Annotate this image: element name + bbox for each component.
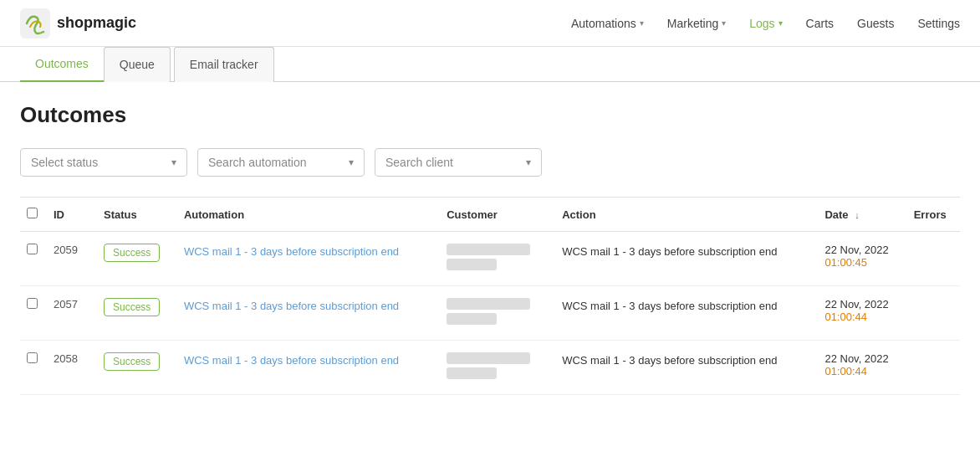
nav-settings[interactable]: Settings — [917, 10, 960, 37]
chevron-down-icon: ▾ — [640, 18, 644, 28]
outcomes-table: ID Status Automation Customer Action — [20, 197, 960, 395]
customer-blurred-2 — [447, 313, 497, 325]
customer-blurred — [447, 244, 530, 255]
client-filter[interactable]: Search client ▾ — [375, 148, 542, 177]
table-row: 2057 Success WCS mail 1 - 3 days before … — [20, 286, 960, 341]
customer-blurred — [447, 352, 530, 364]
header: shopmagic Automations ▾ Marketing ▾ Logs… — [0, 0, 980, 47]
nav-guests[interactable]: Guests — [857, 10, 894, 37]
chevron-down-icon: ▾ — [171, 157, 176, 168]
status-badge: Success — [104, 244, 160, 262]
nav-logs[interactable]: Logs ▾ — [749, 10, 782, 37]
row-checkbox[interactable] — [27, 298, 38, 309]
nav-carts[interactable]: Carts — [806, 10, 834, 37]
automation-link[interactable]: WCS mail 1 - 3 days before subscription … — [184, 354, 399, 367]
status-filter-label: Select status — [31, 156, 98, 169]
col-action: Action — [555, 198, 818, 232]
row-date: 22 Nov, 2022 01:00:44 — [818, 286, 906, 341]
row-customer — [440, 286, 555, 341]
automation-link[interactable]: WCS mail 1 - 3 days before subscription … — [184, 245, 399, 258]
row-checkbox-cell — [20, 341, 47, 395]
row-customer — [440, 232, 555, 286]
col-id: ID — [47, 198, 97, 232]
row-automation: WCS mail 1 - 3 days before subscription … — [177, 232, 440, 286]
automation-filter[interactable]: Search automation ▾ — [197, 148, 365, 177]
row-action: WCS mail 1 - 3 days before subscription … — [555, 341, 818, 395]
row-action: WCS mail 1 - 3 days before subscription … — [555, 286, 818, 341]
row-status: Success — [97, 232, 177, 286]
filters-row: Select status ▾ Search automation ▾ Sear… — [20, 148, 960, 177]
row-automation: WCS mail 1 - 3 days before subscription … — [177, 286, 440, 341]
row-checkbox[interactable] — [27, 244, 38, 254]
col-errors: Errors — [907, 198, 960, 232]
select-all-checkbox[interactable] — [27, 208, 38, 218]
row-date: 22 Nov, 2022 01:00:45 — [818, 232, 906, 286]
row-errors — [907, 232, 960, 286]
nav-automations[interactable]: Automations ▾ — [571, 10, 644, 37]
col-status: Status — [97, 198, 177, 232]
page-title: Outcomes — [20, 102, 960, 128]
brand-name: shopmagic — [57, 14, 136, 32]
customer-blurred-2 — [447, 367, 497, 379]
row-checkbox-cell — [20, 286, 47, 341]
tab-outcomes[interactable]: Outcomes — [20, 47, 104, 82]
row-automation: WCS mail 1 - 3 days before subscription … — [177, 341, 440, 395]
status-filter[interactable]: Select status ▾ — [20, 148, 187, 177]
col-date[interactable]: Date ↓ — [818, 198, 906, 232]
tabs-bar: Outcomes Queue Email tracker — [0, 47, 980, 82]
nav-marketing[interactable]: Marketing ▾ — [667, 10, 726, 37]
row-errors — [907, 341, 960, 395]
customer-blurred-2 — [447, 259, 497, 270]
col-customer: Customer — [440, 198, 555, 232]
svg-rect-0 — [20, 8, 50, 38]
col-automation: Automation — [177, 198, 440, 232]
main-nav: Automations ▾ Marketing ▾ Logs ▾ Carts G… — [571, 10, 960, 37]
sort-icon: ↓ — [855, 210, 860, 220]
customer-blurred — [447, 298, 530, 310]
chevron-down-icon: ▾ — [526, 157, 531, 168]
chevron-down-icon: ▾ — [778, 18, 783, 28]
row-id: 2057 — [47, 286, 97, 341]
table-row: 2058 Success WCS mail 1 - 3 days before … — [20, 341, 960, 395]
select-all-header — [20, 198, 47, 232]
tab-queue[interactable]: Queue — [104, 47, 171, 82]
row-id: 2059 — [47, 232, 97, 286]
row-errors — [907, 286, 960, 341]
row-customer — [440, 341, 555, 395]
automation-filter-label: Search automation — [208, 156, 307, 169]
table-row: 2059 Success WCS mail 1 - 3 days before … — [20, 232, 960, 286]
status-badge: Success — [104, 298, 160, 316]
status-badge: Success — [104, 352, 160, 371]
row-date: 22 Nov, 2022 01:00:44 — [818, 341, 906, 395]
chevron-down-icon: ▾ — [349, 157, 354, 168]
chevron-down-icon: ▾ — [722, 18, 726, 28]
row-id: 2058 — [47, 341, 97, 395]
logo-icon — [20, 8, 50, 38]
row-status: Success — [97, 286, 177, 341]
client-filter-label: Search client — [385, 156, 453, 169]
logo[interactable]: shopmagic — [20, 8, 136, 38]
tab-email-tracker[interactable]: Email tracker — [174, 47, 274, 82]
row-status: Success — [97, 341, 177, 395]
row-checkbox-cell — [20, 232, 47, 286]
automation-link[interactable]: WCS mail 1 - 3 days before subscription … — [184, 300, 399, 312]
row-checkbox[interactable] — [27, 352, 38, 363]
row-action: WCS mail 1 - 3 days before subscription … — [555, 232, 818, 286]
main-content: Outcomes Select status ▾ Search automati… — [0, 82, 980, 462]
